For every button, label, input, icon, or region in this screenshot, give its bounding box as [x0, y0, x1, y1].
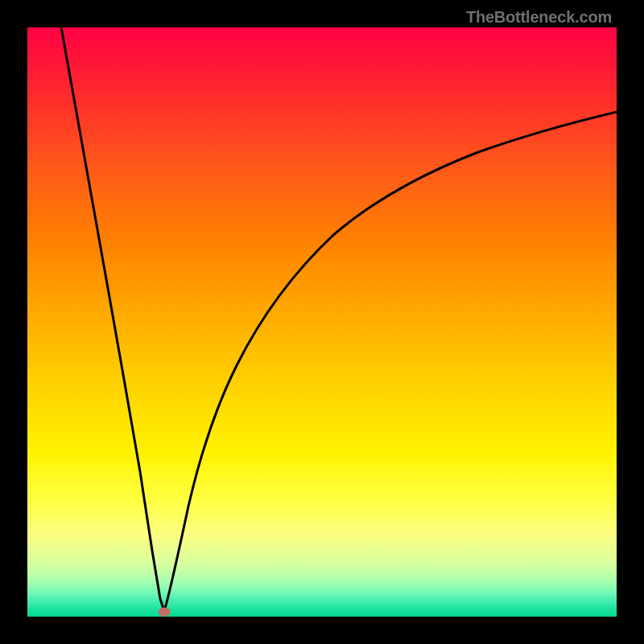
curve-right-branch	[164, 112, 617, 611]
plot-area	[27, 27, 617, 617]
curve-left-branch	[61, 27, 164, 611]
bottleneck-curve	[27, 27, 617, 617]
minimum-marker	[159, 608, 170, 617]
chart-frame: TheBottleneck.com	[0, 0, 644, 644]
watermark-text: TheBottleneck.com	[466, 8, 612, 27]
